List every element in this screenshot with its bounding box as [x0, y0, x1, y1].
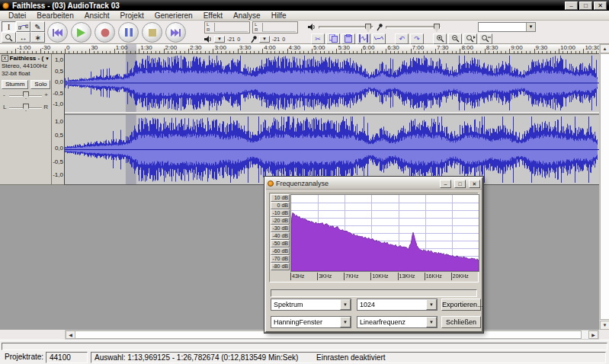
close-button[interactable]: ✕ — [594, 2, 607, 10]
skip-to-start-button[interactable] — [47, 22, 68, 43]
fit-project-button[interactable] — [479, 34, 492, 44]
waveform-channel-left[interactable] — [65, 54, 599, 112]
maximize-button[interactable]: □ — [579, 2, 592, 10]
ruler-tick — [106, 51, 107, 53]
ruler-label: 8:00 — [461, 44, 473, 51]
copy-button[interactable] — [326, 34, 340, 44]
ruler-tick — [56, 51, 57, 53]
input-source-select[interactable]: ▼ — [478, 22, 536, 32]
audacity-icon — [2, 2, 9, 9]
timeline-ruler[interactable]: -1:00-300301:001:302:002:303:003:304:004… — [0, 44, 599, 54]
cut-button[interactable]: ✂ — [311, 34, 325, 44]
amplitude-scale-label: 0,0 — [52, 79, 64, 85]
pan-slider[interactable]: L R — [3, 103, 48, 113]
input-meter-dropdown[interactable]: ▼ — [259, 36, 270, 43]
multi-tool-button[interactable]: ∗ — [30, 32, 45, 43]
skip-to-end-button[interactable] — [165, 22, 186, 43]
frequency-analysis-dialog[interactable]: Frequenzanalyse – □ ✕ 10 dB0 dB-10 dB-20… — [264, 177, 483, 333]
silence-button[interactable] — [372, 34, 386, 44]
ruler-tick — [69, 51, 69, 53]
record-button[interactable] — [95, 22, 115, 43]
play-button[interactable] — [71, 22, 91, 43]
db-axis: 10 dB0 dB-10 dB-20 dB-30 dB-40 dB-50 dB-… — [271, 194, 290, 270]
rate-value[interactable]: 44100 — [46, 352, 88, 363]
title-bar[interactable]: Faithless - (03) AudioTrack 03 – □ ✕ — [0, 0, 609, 11]
mute-button[interactable]: Stumm — [2, 80, 28, 89]
scroll-up-icon[interactable]: ▲ — [600, 44, 609, 53]
vertical-ruler[interactable]: 1,00,50,0-0,5-1,0 1,00,50,0-0,5-1,0 — [52, 54, 65, 185]
ruler-tick — [579, 51, 580, 53]
undo-button[interactable]: ↶ — [395, 34, 409, 44]
chevron-down-icon[interactable]: ▼ — [526, 23, 535, 31]
solo-button[interactable]: Solo — [30, 80, 50, 89]
track-menu-chevron-icon[interactable]: ▼ — [45, 56, 50, 61]
vertical-scrollbar[interactable]: ▲ ▼ — [599, 44, 609, 330]
gain-slider[interactable]: - + — [3, 91, 48, 101]
menu-ansicht[interactable]: Ansicht — [79, 11, 115, 20]
stop-button[interactable] — [142, 22, 162, 43]
draw-tool-button[interactable]: ✎ — [30, 21, 45, 32]
output-volume-thumb[interactable] — [365, 24, 371, 32]
zoom-in-button[interactable] — [433, 34, 447, 44]
ruler-tick — [357, 51, 357, 53]
menu-analyse[interactable]: Analyse — [228, 11, 266, 20]
input-volume-slider[interactable] — [386, 26, 441, 29]
scroll-right-icon[interactable]: ▶ — [588, 330, 598, 339]
track-close-button[interactable]: X — [2, 55, 8, 62]
gain-max-label: + — [44, 91, 48, 98]
trim-button[interactable] — [357, 34, 370, 44]
db-tick-label: -40 dB — [271, 232, 290, 240]
dialog-close-button[interactable]: ✕ — [469, 180, 480, 188]
axis-select[interactable]: Linearfrequenz ▼ — [357, 316, 438, 328]
chevron-down-icon[interactable]: ▼ — [426, 299, 437, 310]
ruler-tick — [596, 51, 597, 53]
menu-datei[interactable]: Datei — [3, 11, 31, 20]
chevron-down-icon[interactable]: ▼ — [340, 299, 351, 310]
pan-slider-thumb[interactable] — [23, 104, 29, 111]
dialog-title: Frequenzanalyse — [276, 180, 329, 187]
track-name[interactable]: Faithless - ( — [10, 55, 43, 62]
algorithm-select[interactable]: Spektrum ▼ — [271, 299, 351, 311]
gain-slider-thumb[interactable] — [23, 91, 29, 99]
amplitude-scale-label: 0,5 — [52, 69, 64, 75]
paste-button[interactable] — [341, 34, 355, 44]
export-button[interactable]: Exportieren... — [441, 299, 481, 311]
menu-bearbeiten[interactable]: Bearbeiten — [31, 11, 79, 20]
dialog-close-action-button[interactable]: Schließen — [441, 316, 481, 328]
ruler-tick — [402, 51, 403, 53]
zoom-tool-button[interactable] — [2, 32, 16, 43]
meter-scale-max: 0 — [237, 37, 240, 42]
redo-button[interactable]: ↷ — [410, 34, 424, 44]
output-meter-dropdown[interactable]: ▼ — [214, 36, 225, 43]
ruler-tick — [349, 51, 350, 53]
dialog-maximize-button[interactable]: □ — [454, 180, 466, 188]
vertical-scroll-thumb[interactable] — [600, 53, 609, 320]
scroll-down-icon[interactable]: ▼ — [600, 321, 609, 330]
menu-projekt[interactable]: Projekt — [115, 11, 149, 20]
chevron-down-icon[interactable]: ▼ — [340, 317, 351, 327]
selection-tool-button[interactable]: I — [2, 21, 16, 32]
ruler-tick — [184, 51, 185, 53]
input-volume-thumb[interactable] — [434, 24, 440, 32]
chevron-down-icon[interactable]: ▼ — [426, 317, 437, 327]
ruler-tick — [151, 51, 152, 53]
menu-hilfe[interactable]: Hilfe — [266, 11, 292, 20]
window-function-select[interactable]: HanningFenster ▼ — [271, 316, 351, 328]
waveform-channel-right[interactable] — [65, 115, 599, 184]
fit-selection-button[interactable] — [463, 34, 477, 44]
zoom-out-button[interactable] — [448, 34, 462, 44]
menu-generieren[interactable]: Generieren — [149, 11, 198, 20]
minimize-button[interactable]: – — [565, 2, 578, 10]
ruler-tick — [588, 51, 588, 53]
envelope-tool-button[interactable] — [16, 21, 30, 32]
dialog-title-bar[interactable]: Frequenzanalyse – □ ✕ — [266, 178, 482, 190]
output-volume-slider[interactable] — [319, 26, 373, 29]
ruler-tick — [287, 49, 288, 53]
ruler-tick — [497, 51, 498, 53]
timeshift-tool-button[interactable]: ↔ — [16, 32, 30, 43]
dialog-minimize-button[interactable]: – — [440, 180, 451, 188]
ruler-tick — [205, 51, 206, 53]
size-select[interactable]: 1024 ▼ — [357, 299, 438, 311]
pause-button[interactable] — [118, 22, 139, 43]
menu-effekt[interactable]: Effekt — [198, 11, 228, 20]
